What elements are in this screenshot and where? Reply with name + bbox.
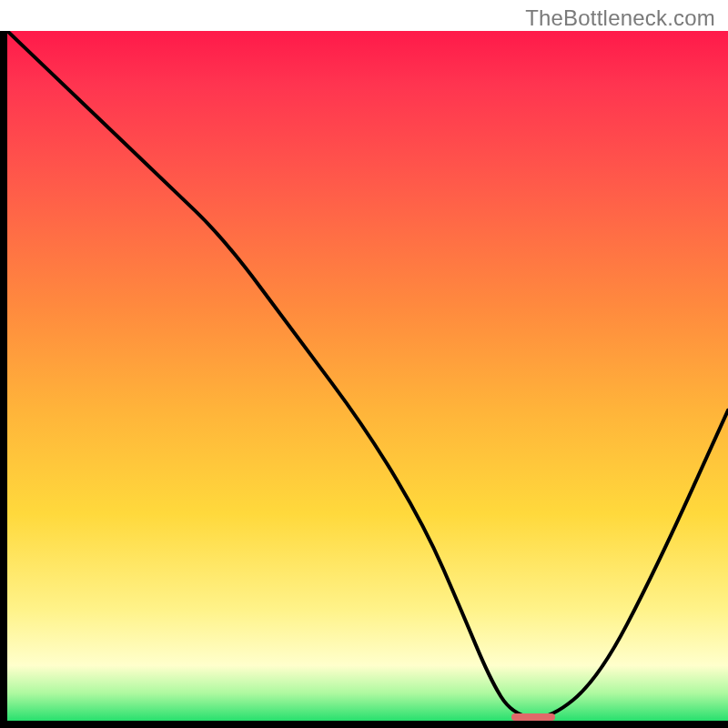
optimum-marker — [511, 713, 555, 721]
watermark-text: TheBottleneck.com — [525, 5, 715, 31]
chart-frame: TheBottleneck.com — [0, 0, 728, 728]
plot-area — [0, 31, 728, 728]
bottleneck-curve — [7, 31, 728, 721]
